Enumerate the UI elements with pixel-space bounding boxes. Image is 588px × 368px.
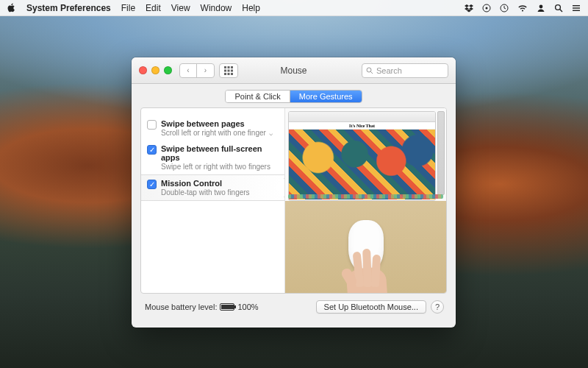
option-subtitle[interactable]: Scroll left or right with one finger ⌵: [161, 129, 273, 137]
window-stack: [437, 111, 445, 195]
notification-center-icon[interactable]: [572, 4, 581, 13]
preview-page-title: It's Nice That: [289, 122, 435, 129]
window-titlebar[interactable]: ‹ › Mouse Search: [132, 57, 456, 84]
dropbox-icon[interactable]: [465, 4, 473, 13]
zoom-button[interactable]: [164, 66, 172, 74]
sync-icon[interactable]: [482, 4, 491, 13]
gesture-options: Swipe between pages Scroll left or right…: [141, 108, 284, 293]
tab-point-and-click[interactable]: Point & Click: [226, 91, 290, 102]
svg-rect-9: [224, 66, 226, 68]
option-mission-control[interactable]: ✓ Mission Control Double-tap with two fi…: [141, 174, 284, 201]
battery-value: 100%: [237, 302, 258, 311]
preview-browser: It's Nice That: [288, 111, 436, 201]
close-button[interactable]: [139, 66, 147, 74]
svg-rect-17: [231, 73, 233, 75]
help-button[interactable]: ?: [431, 300, 444, 314]
option-title: Mission Control: [161, 179, 250, 188]
search-placeholder: Search: [376, 66, 402, 75]
preview-screen: It's Nice That: [285, 108, 446, 201]
tab-more-gestures[interactable]: More Gestures: [290, 91, 362, 102]
menu-window[interactable]: Window: [201, 3, 232, 13]
battery-label: Mouse battery level:: [145, 302, 217, 311]
option-title: Swipe between full-screen apps: [161, 144, 279, 162]
svg-rect-11: [231, 66, 233, 68]
nav-buttons: ‹ ›: [179, 63, 215, 78]
user-icon[interactable]: [537, 4, 545, 13]
battery-icon: [220, 303, 234, 311]
menu-file[interactable]: File: [121, 3, 135, 13]
preview-artwork: [289, 129, 435, 199]
window-body: Point & Click More Gestures Swipe betwee…: [132, 84, 456, 328]
svg-line-19: [370, 71, 373, 74]
spotlight-icon[interactable]: [554, 4, 563, 13]
apple-menu-icon[interactable]: [7, 3, 16, 13]
option-subtitle: Swipe left or right with two fingers: [161, 163, 270, 171]
svg-rect-16: [228, 73, 230, 75]
menu-help[interactable]: Help: [242, 3, 260, 13]
preferences-window: ‹ › Mouse Search Point & Click More Gest…: [132, 57, 456, 328]
svg-point-3: [539, 4, 543, 8]
traffic-lights: [139, 66, 172, 74]
forward-button[interactable]: ›: [197, 64, 214, 77]
svg-rect-14: [231, 69, 233, 71]
svg-line-5: [560, 9, 562, 11]
menu-bar: System Preferences File Edit View Window…: [0, 0, 588, 16]
menu-view[interactable]: View: [171, 3, 190, 13]
minimize-button[interactable]: [151, 66, 159, 74]
option-swipe-pages: Swipe between pages Scroll left or right…: [141, 116, 284, 141]
svg-rect-8: [573, 10, 580, 10]
svg-rect-12: [224, 69, 226, 71]
svg-point-1: [486, 7, 488, 9]
preview-desk: [285, 201, 446, 294]
app-name[interactable]: System Preferences: [26, 3, 111, 13]
show-all-button[interactable]: [219, 63, 238, 78]
svg-rect-15: [224, 73, 226, 75]
time-machine-icon[interactable]: [500, 4, 509, 13]
battery-status: Mouse battery level: 100%: [145, 302, 259, 311]
option-swipe-fullscreen: ✓ Swipe between full-screen apps Swipe l…: [141, 141, 284, 174]
option-title: Swipe between pages: [161, 119, 273, 128]
window-footer: Mouse battery level: 100% Set Up Bluetoo…: [140, 294, 447, 320]
checkbox-swipe-pages[interactable]: [147, 120, 157, 130]
checkbox-mission-control[interactable]: ✓: [147, 180, 157, 189]
search-field[interactable]: Search: [362, 63, 448, 78]
setup-bluetooth-button[interactable]: Set Up Bluetooth Mouse...: [316, 300, 426, 314]
chevron-down-icon: ⌵: [268, 130, 273, 137]
gesture-preview: It's Nice That: [284, 108, 446, 293]
content-pane: Swipe between pages Scroll left or right…: [140, 107, 447, 294]
back-button[interactable]: ‹: [180, 64, 197, 77]
svg-rect-13: [228, 69, 230, 71]
svg-rect-7: [573, 7, 580, 8]
hand-icon: [337, 249, 395, 293]
menu-edit[interactable]: Edit: [146, 3, 161, 13]
checkbox-swipe-fullscreen[interactable]: ✓: [147, 145, 157, 155]
grid-icon: [224, 66, 233, 75]
svg-rect-6: [573, 5, 580, 6]
option-subtitle: Double-tap with two fingers: [161, 188, 250, 197]
wifi-icon[interactable]: [517, 4, 528, 13]
preview-browser-chrome: [289, 112, 435, 122]
svg-point-18: [367, 68, 371, 72]
preview-dock: [288, 194, 443, 199]
tab-bar: Point & Click More Gestures: [225, 90, 362, 103]
search-icon: [366, 67, 373, 74]
svg-rect-10: [228, 66, 230, 68]
svg-point-4: [556, 4, 561, 10]
